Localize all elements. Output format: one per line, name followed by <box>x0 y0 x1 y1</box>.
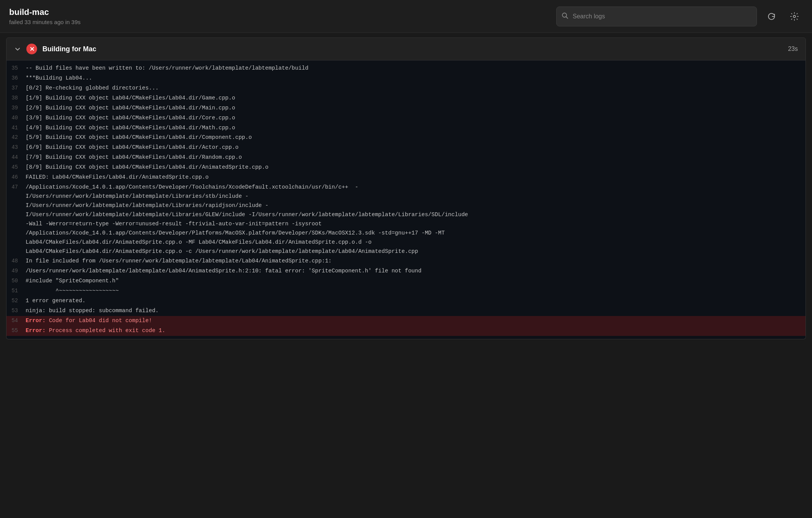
line-content: ^~~~~~~~~~~~~~~~~~~ <box>26 287 799 296</box>
line-number: 39 <box>10 104 26 112</box>
line-number: 50 <box>10 277 26 285</box>
line-content: [0/2] Re-checking globbed directories... <box>26 84 799 93</box>
log-line: 40[3/9] Building CXX object Lab04/CMakeF… <box>6 113 806 123</box>
log-line: 521 error generated. <box>6 296 806 306</box>
line-number: 37 <box>10 84 26 93</box>
refresh-button[interactable] <box>763 8 780 25</box>
log-line: 50#include "SpriteComponent.h" <box>6 276 806 286</box>
line-content: ***Building Lab04... <box>26 74 799 83</box>
line-content: FAILED: Lab04/CMakeFiles/Lab04.dir/Anima… <box>26 173 799 182</box>
line-content: In file included from /Users/runner/work… <box>26 257 799 266</box>
line-content: Error: Code for Lab04 did not compile! <box>26 316 799 326</box>
line-number: 41 <box>10 124 26 132</box>
log-line: 46FAILED: Lab04/CMakeFiles/Lab04.dir/Ani… <box>6 173 806 182</box>
job-title: Building for Mac <box>42 45 788 53</box>
line-content: [8/9] Building CXX object Lab04/CMakeFil… <box>26 163 799 172</box>
log-line: 51 ^~~~~~~~~~~~~~~~~~~ <box>6 286 806 296</box>
line-number: 55 <box>10 326 26 335</box>
line-number: 51 <box>10 287 26 295</box>
log-line: 44[7/9] Building CXX object Lab04/CMakeF… <box>6 153 806 163</box>
line-content: [1/9] Building CXX object Lab04/CMakeFil… <box>26 94 799 103</box>
line-number: 54 <box>10 316 26 325</box>
header-left: build-mac failed 33 minutes ago in 39s <box>9 7 81 25</box>
line-number: 47 <box>10 183 26 192</box>
line-number: 43 <box>10 143 26 152</box>
line-number: 42 <box>10 133 26 142</box>
build-subtitle: failed 33 minutes ago in 39s <box>9 19 81 25</box>
line-content: [4/9] Building CXX object Lab04/CMakeFil… <box>26 124 799 133</box>
line-number: 49 <box>10 267 26 275</box>
line-content: 1 error generated. <box>26 296 799 306</box>
header-right <box>556 7 803 26</box>
log-line: 38[1/9] Building CXX object Lab04/CMakeF… <box>6 93 806 103</box>
line-number: 46 <box>10 173 26 182</box>
log-line: 53ninja: build stopped: subcommand faile… <box>6 306 806 316</box>
line-content: /Users/runner/work/labtemplate/labtempla… <box>26 267 799 276</box>
line-content: Error: Process completed with exit code … <box>26 326 799 336</box>
log-line-error: 55Error: Process completed with exit cod… <box>6 326 806 336</box>
line-content: /Applications/Xcode_14.0.1.app/Contents/… <box>26 183 799 256</box>
log-line: 39[2/9] Building CXX object Lab04/CMakeF… <box>6 103 806 113</box>
line-number: 45 <box>10 163 26 172</box>
log-line: 43[6/9] Building CXX object Lab04/CMakeF… <box>6 143 806 153</box>
log-line-error: 54Error: Code for Lab04 did not compile! <box>6 316 806 326</box>
header: build-mac failed 33 minutes ago in 39s <box>0 0 812 33</box>
line-content: [5/9] Building CXX object Lab04/CMakeFil… <box>26 133 799 142</box>
log-area: 35-- Build files have been written to: /… <box>6 60 806 339</box>
svg-point-2 <box>793 15 796 18</box>
log-line: 47/Applications/Xcode_14.0.1.app/Content… <box>6 182 806 256</box>
line-number: 52 <box>10 296 26 305</box>
line-number: 53 <box>10 306 26 315</box>
line-content: #include "SpriteComponent.h" <box>26 277 799 286</box>
line-content: [2/9] Building CXX object Lab04/CMakeFil… <box>26 104 799 113</box>
build-title: build-mac <box>9 7 81 17</box>
line-content: [6/9] Building CXX object Lab04/CMakeFil… <box>26 143 799 152</box>
log-line: 35-- Build files have been written to: /… <box>6 64 806 73</box>
line-number: 44 <box>10 153 26 162</box>
log-line: 45[8/9] Building CXX object Lab04/CMakeF… <box>6 163 806 173</box>
line-number: 36 <box>10 74 26 83</box>
log-line: 37[0/2] Re-checking globbed directories.… <box>6 83 806 93</box>
log-line: 36***Building Lab04... <box>6 73 806 83</box>
line-content: -- Build files have been written to: /Us… <box>26 64 799 73</box>
line-number: 35 <box>10 64 26 73</box>
line-number: 38 <box>10 94 26 103</box>
search-input[interactable] <box>556 7 757 26</box>
settings-button[interactable] <box>786 8 803 25</box>
status-badge-fail: ✕ <box>26 44 37 54</box>
job-duration: 23s <box>788 46 798 52</box>
job-section: ✕ Building for Mac 23s 35-- Build files … <box>6 37 806 339</box>
log-line: 48In file included from /Users/runner/wo… <box>6 256 806 266</box>
search-container <box>556 7 757 26</box>
job-header: ✕ Building for Mac 23s <box>6 37 806 60</box>
log-line: 49/Users/runner/work/labtemplate/labtemp… <box>6 266 806 276</box>
line-number: 48 <box>10 257 26 266</box>
line-content: ninja: build stopped: subcommand failed. <box>26 306 799 316</box>
log-line: 42[5/9] Building CXX object Lab04/CMakeF… <box>6 133 806 143</box>
line-number: 40 <box>10 114 26 122</box>
line-content: [3/9] Building CXX object Lab04/CMakeFil… <box>26 114 799 123</box>
chevron-button[interactable] <box>14 46 21 52</box>
log-line: 41[4/9] Building CXX object Lab04/CMakeF… <box>6 123 806 133</box>
line-content: [7/9] Building CXX object Lab04/CMakeFil… <box>26 153 799 162</box>
